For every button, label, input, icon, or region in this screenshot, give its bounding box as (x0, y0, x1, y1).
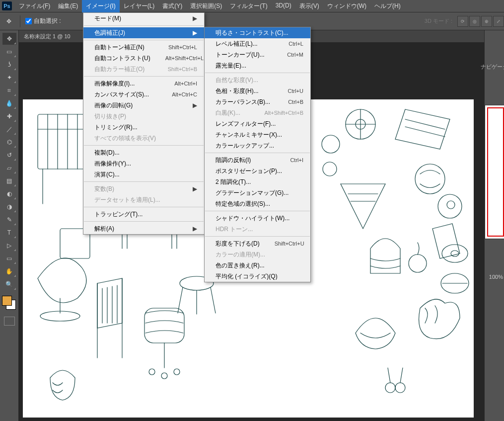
tool-spot-heal[interactable]: ✚ (2, 110, 16, 122)
document-tab[interactable]: 名称未設定 1 @ 10 (24, 33, 71, 40)
adjustments-menu-item[interactable]: 2 階調化(T)... (205, 176, 310, 187)
adjustments-menu-item[interactable]: ポスタリゼーション(P)... (205, 166, 310, 176)
menu-item-label: トーンカーブ(U)... (216, 51, 272, 59)
navigator-thumbnail[interactable] (485, 105, 504, 239)
svg-line-30 (211, 287, 216, 313)
image-menu-item[interactable]: 演算(C)... (83, 169, 204, 180)
menu-item-shortcut: Ctrl+I (290, 157, 303, 163)
adjustments-menu-item[interactable]: 階調の反転(I)Ctrl+I (205, 155, 310, 166)
svg-point-44 (447, 201, 455, 209)
navigator-viewport-box[interactable] (487, 107, 504, 237)
mode3d-btn-2[interactable]: ◎ (469, 16, 480, 27)
menu-item-label: カラーの適用(M)... (216, 251, 303, 259)
image-menu-item[interactable]: 自動コントラスト(U)Alt+Shift+Ctrl+L (83, 53, 204, 64)
menu-item-選択範囲[interactable]: 選択範囲(S) (186, 0, 226, 12)
menu-item-ヘルプ[interactable]: ヘルプ(H) (370, 0, 405, 12)
tool-type[interactable]: T (2, 227, 16, 239)
adjustments-menu-item[interactable]: 色相・彩度(H)...Ctrl+U (205, 85, 310, 96)
tool-crop[interactable]: ⌗ (2, 84, 16, 96)
menu-item-label: 明るさ・コントラスト(C)... (216, 29, 303, 37)
image-menu-item[interactable]: 自動トーン補正(N)Shift+Ctrl+L (83, 42, 204, 53)
menu-item-レイヤー[interactable]: レイヤー(L) (120, 0, 159, 12)
image-menu-dropdown: モード(M)▶色調補正(J)▶自動トーン補正(N)Shift+Ctrl+L自動コ… (83, 12, 205, 235)
tool-move[interactable]: ✥ (2, 33, 16, 45)
quick-mask-toggle[interactable] (4, 317, 15, 326)
auto-select-checkbox[interactable]: 自動選択 : (25, 17, 61, 25)
image-menu-item: 切り抜き(P) (83, 111, 204, 122)
tool-dodge[interactable]: ◑ (2, 201, 16, 213)
adjustments-menu-item[interactable]: チャンネルミキサー(X)... (205, 129, 310, 140)
menu-item-編集[interactable]: 編集(E) (54, 0, 82, 12)
menu-bar: Ps ファイル(F)編集(E)イメージ(I)レイヤー(L)書式(Y)選択範囲(S… (0, 0, 504, 12)
mode3d-btn-3[interactable]: ⊕ (481, 16, 492, 27)
image-menu-item[interactable]: 画像の回転(G)▶ (83, 100, 204, 111)
menu-item-書式[interactable]: 書式(Y) (158, 0, 186, 12)
image-menu-item[interactable]: トリミング(R)... (83, 122, 204, 133)
adjustments-menu-item: カラーの適用(M)... (205, 249, 310, 260)
tool-gradient[interactable]: ▤ (2, 175, 16, 187)
adjustments-menu-item[interactable]: 平均化 (イコライズ)(Q) (205, 271, 310, 282)
tool-blur[interactable]: ◐ (2, 188, 16, 200)
image-menu-item[interactable]: トラッピング(T)... (83, 209, 204, 220)
separator (20, 15, 20, 27)
image-menu-item[interactable]: 解析(A)▶ (83, 223, 204, 234)
navigator-panel-tab[interactable]: ナビゲータ (484, 61, 504, 73)
svg-line-39 (405, 127, 445, 137)
menu-item-label: トラッピング(T)... (94, 210, 197, 219)
tool-brush[interactable]: ／ (2, 123, 16, 135)
menu-item-shortcut: Ctrl+B (288, 99, 303, 105)
auto-select-label: 自動選択 : (34, 17, 61, 25)
foreground-color-swatch[interactable] (2, 296, 12, 306)
tool-lasso[interactable]: ʖ (2, 59, 16, 71)
image-menu-item[interactable]: 複製(D)... (83, 147, 204, 158)
svg-line-29 (178, 287, 183, 313)
menu-item-イメージ[interactable]: イメージ(I) (82, 0, 119, 12)
adjustments-menu-item[interactable]: レンズフィルター(F)... (205, 118, 310, 129)
tool-eyedropper[interactable]: 💧 (2, 97, 16, 109)
mode3d-btn-1[interactable]: ⟳ (457, 16, 468, 27)
submenu-arrow-icon: ▶ (193, 29, 197, 36)
menu-item-label: 自動コントラスト(U) (94, 54, 150, 63)
mode3d-btn-4[interactable]: ⤢ (493, 16, 504, 27)
image-menu-item[interactable]: カンバスサイズ(S)...Alt+Ctrl+C (83, 89, 204, 100)
auto-select-input[interactable] (25, 18, 32, 24)
tool-rectangle[interactable]: ▭ (2, 253, 16, 264)
adjustments-menu-item[interactable]: 彩度を下げる(D)Shift+Ctrl+U (205, 238, 310, 249)
image-menu-item[interactable]: 色調補正(J)▶ (83, 27, 204, 38)
menu-item-フィルター[interactable]: フィルター(T) (226, 0, 271, 12)
tool-path-select[interactable]: ▷ (2, 240, 16, 252)
menu-item-label: 切り抜き(P) (94, 112, 197, 121)
tool-clone[interactable]: ⌬ (2, 136, 16, 148)
tool-history-brush[interactable]: ↺ (2, 149, 16, 161)
menu-item-3d[interactable]: 3D(D) (272, 0, 295, 12)
adjustments-menu-item[interactable]: 露光量(E)... (205, 60, 310, 71)
tool-zoom[interactable]: 🔍 (2, 278, 16, 290)
tool-magic-wand[interactable]: ✦ (2, 72, 16, 84)
adjustments-menu-item[interactable]: グラデーションマップ(G)... (205, 187, 310, 198)
adjustments-menu-item[interactable]: 明るさ・コントラスト(C)... (205, 27, 310, 38)
tool-pen[interactable]: ✎ (2, 214, 16, 226)
image-menu-item: 自動カラー補正(O)Shift+Ctrl+B (83, 64, 204, 75)
image-menu-item[interactable]: 画像操作(Y)... (83, 158, 204, 169)
menu-item-label: グラデーションマップ(G)... (216, 189, 303, 197)
menu-item-ウィンドウ[interactable]: ウィンドウ(W) (323, 0, 370, 12)
adjustments-menu-item[interactable]: 特定色域の選択(S)... (205, 198, 310, 209)
tool-eraser[interactable]: ▱ (2, 162, 16, 174)
adjustments-menu-item[interactable]: 色の置き換え(R)... (205, 260, 310, 271)
image-menu-item[interactable]: モード(M)▶ (83, 13, 204, 24)
svg-point-25 (149, 369, 155, 375)
tool-hand[interactable]: ✋ (2, 265, 16, 277)
adjustments-menu-item[interactable]: シャドウ・ハイライト(W)... (205, 213, 310, 224)
move-icon: ✥ (3, 15, 15, 27)
menu-item-ファイル[interactable]: ファイル(F) (15, 0, 54, 12)
adjustments-menu-item[interactable]: カラーバランス(B)...Ctrl+B (205, 96, 310, 107)
menu-item-表示[interactable]: 表示(V) (295, 0, 323, 12)
adjustments-menu-item[interactable]: レベル補正(L)...Ctrl+L (205, 38, 310, 49)
color-swatches[interactable] (2, 296, 17, 311)
adjustments-menu-item[interactable]: トーンカーブ(U)...Ctrl+M (205, 49, 310, 60)
adjustments-menu-item[interactable]: カラールックアップ... (205, 140, 310, 151)
menu-separator (84, 207, 204, 207)
menu-item-label: 自動カラー補正(O) (94, 65, 153, 74)
image-menu-item[interactable]: 画像解像度(I)...Alt+Ctrl+I (83, 78, 204, 89)
tool-marquee[interactable]: ▭ (2, 46, 16, 58)
